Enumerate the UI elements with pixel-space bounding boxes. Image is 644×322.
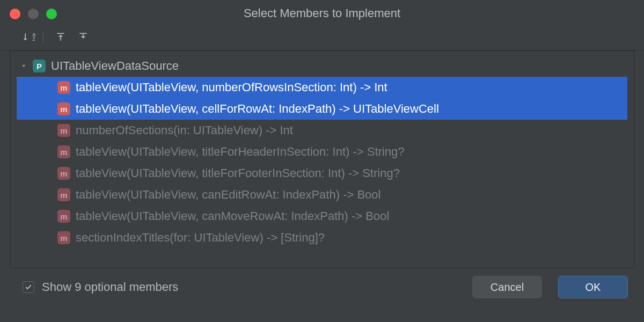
method-badge-icon: m xyxy=(57,210,70,223)
method-badge-icon: m xyxy=(57,188,70,201)
window-title: Select Members to Implement xyxy=(9,6,635,20)
close-icon[interactable] xyxy=(10,9,20,19)
method-badge-icon: m xyxy=(57,231,70,244)
member-row[interactable]: mtableView(UITableView, titleForFooterIn… xyxy=(17,163,627,184)
expand-all-button[interactable] xyxy=(54,31,67,43)
member-row[interactable]: mtableView(UITableView, canMoveRowAt: In… xyxy=(17,206,627,227)
chevron-down-icon[interactable] xyxy=(20,62,27,70)
collapse-all-button[interactable] xyxy=(77,31,90,43)
member-row[interactable]: msectionIndexTitles(for: UITableView) ->… xyxy=(17,227,627,248)
member-signature: tableView(UITableView, canEditRowAt: Ind… xyxy=(76,188,380,202)
member-signature: sectionIndexTitles(for: UITableView) -> … xyxy=(76,231,325,245)
member-row[interactable]: mtableView(UITableView, cellForRowAt: In… xyxy=(17,98,627,120)
member-row[interactable]: mnumberOfSections(in: UITableView) -> In… xyxy=(17,120,627,141)
titlebar: Select Members to Implement xyxy=(0,0,644,27)
member-signature: tableView(UITableView, titleForHeaderInS… xyxy=(76,145,404,159)
show-optional-label: Show 9 optional members xyxy=(42,280,178,294)
member-row[interactable]: mtableView(UITableView, titleForHeaderIn… xyxy=(17,141,627,163)
member-signature: numberOfSections(in: UITableView) -> Int xyxy=(76,123,293,137)
toolbar-separator xyxy=(43,31,43,43)
method-badge-icon: m xyxy=(57,124,70,137)
protocol-row[interactable]: P UITableViewDataSource xyxy=(17,55,627,77)
member-row[interactable]: mtableView(UITableView, canEditRowAt: In… xyxy=(17,184,627,206)
member-signature: tableView(UITableView, numberOfRowsInSec… xyxy=(76,80,387,94)
method-badge-icon: m xyxy=(57,145,70,158)
cancel-button[interactable]: Cancel xyxy=(472,276,542,298)
member-signature: tableView(UITableView, canMoveRowAt: Ind… xyxy=(76,209,389,223)
maximize-icon[interactable] xyxy=(46,9,57,19)
method-badge-icon: m xyxy=(57,81,70,94)
member-row[interactable]: mtableView(UITableView, numberOfRowsInSe… xyxy=(17,77,627,98)
member-tree[interactable]: P UITableViewDataSource mtableView(UITab… xyxy=(10,50,634,268)
minimize-icon[interactable] xyxy=(28,9,39,19)
method-badge-icon: m xyxy=(57,103,70,115)
protocol-badge-icon: P xyxy=(33,60,46,72)
member-signature: tableView(UITableView, cellForRowAt: Ind… xyxy=(76,102,439,116)
window-controls xyxy=(10,9,57,19)
member-signature: tableView(UITableView, titleForFooterInS… xyxy=(76,166,400,180)
toolbar: az xyxy=(0,27,644,50)
method-badge-icon: m xyxy=(57,167,70,180)
dialog-footer: Show 9 optional members Cancel OK xyxy=(0,268,644,306)
sort-alpha-button[interactable]: az xyxy=(23,31,35,43)
ok-button[interactable]: OK xyxy=(558,276,628,298)
protocol-name: UITableViewDataSource xyxy=(51,59,179,73)
show-optional-checkbox[interactable] xyxy=(23,281,34,293)
